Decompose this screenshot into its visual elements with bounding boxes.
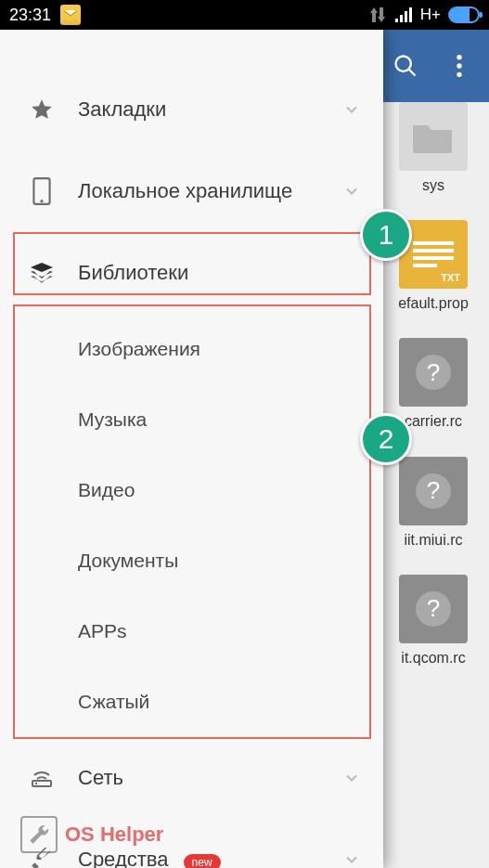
layers-icon: [26, 261, 58, 285]
drawer-subitem-label: APPs: [78, 620, 127, 642]
drawer-subitem-label: Музыка: [78, 408, 147, 431]
chevron-down-icon: [342, 182, 361, 201]
drawer-subitem-label: Сжатый: [78, 691, 149, 713]
drawer-item-network[interactable]: Сеть: [0, 737, 383, 819]
file-item-folder[interactable]: sys: [378, 102, 489, 194]
file-label: sys: [387, 176, 480, 194]
svg-point-4: [457, 72, 461, 77]
drawer-item-label: Библиотеки: [78, 261, 361, 285]
drawer-subitem-label: Изображения: [78, 338, 200, 360]
drawer-item-local-storage[interactable]: Локальное хранилище: [0, 150, 383, 232]
wrench-icon: [20, 816, 58, 853]
chevron-down-icon: [342, 100, 361, 119]
folder-icon: [399, 102, 468, 171]
drawer-subitem-music[interactable]: Музыка: [0, 384, 383, 455]
drawer-item-libraries[interactable]: Библиотеки: [0, 232, 383, 314]
drawer-item-label: Сеть: [78, 766, 342, 790]
drawer-subitem-label: Документы: [78, 550, 178, 572]
chevron-down-icon: [342, 769, 361, 787]
svg-point-0: [396, 57, 411, 71]
drawer-subitem-label: Видео: [78, 479, 135, 501]
unknown-file-icon: ?: [399, 575, 468, 643]
search-button[interactable]: [387, 47, 424, 84]
watermark-logo: OS Helper: [20, 816, 163, 853]
svg-point-2: [457, 55, 461, 59]
clock: 23:31: [9, 6, 51, 25]
status-bar: 23:31 H+: [0, 0, 489, 30]
drawer-subitem-compressed[interactable]: Сжатый: [0, 667, 383, 737]
annotation-callout-2: 2: [360, 413, 412, 465]
data-traffic-icon: [368, 7, 387, 22]
overflow-menu-button[interactable]: [441, 47, 478, 84]
file-item-unknown[interactable]: ? it.qcom.rc: [378, 575, 489, 667]
file-label: efault.prop: [387, 294, 480, 312]
svg-point-6: [40, 200, 43, 202]
annotation-callout-1: 1: [360, 209, 412, 261]
drawer-item-label: Закладки: [78, 97, 342, 122]
phone-icon: [26, 177, 58, 205]
svg-point-8: [35, 783, 37, 784]
drawer-item-bookmarks[interactable]: Закладки: [0, 69, 383, 150]
svg-point-3: [457, 63, 461, 68]
unknown-file-icon: ?: [399, 457, 468, 525]
file-label: iit.miui.rc: [387, 531, 480, 549]
star-icon: [26, 97, 58, 122]
drawer-subitem-apps[interactable]: APPs: [0, 596, 383, 667]
drawer-item-label: Локальное хранилище: [78, 179, 342, 203]
new-badge: new: [184, 854, 221, 868]
navigation-drawer: Закладки Локальное хранилище Библиотеки …: [0, 30, 383, 868]
signal-icon: [394, 7, 413, 22]
network-icon: [26, 768, 58, 788]
unknown-file-icon: ?: [399, 338, 468, 407]
mail-notification-icon: [60, 5, 81, 25]
drawer-subitem-images[interactable]: Изображения: [0, 314, 383, 384]
battery-icon: [448, 6, 480, 23]
chevron-down-icon: [342, 850, 361, 868]
file-label: it.qcom.rc: [387, 649, 480, 667]
watermark-text: OS Helper: [65, 823, 163, 847]
drawer-subitem-documents[interactable]: Документы: [0, 525, 383, 596]
network-type: H+: [420, 6, 441, 24]
svg-line-1: [409, 70, 416, 76]
drawer-subitem-video[interactable]: Видео: [0, 455, 383, 525]
file-item-unknown[interactable]: ? iit.miui.rc: [378, 457, 489, 549]
